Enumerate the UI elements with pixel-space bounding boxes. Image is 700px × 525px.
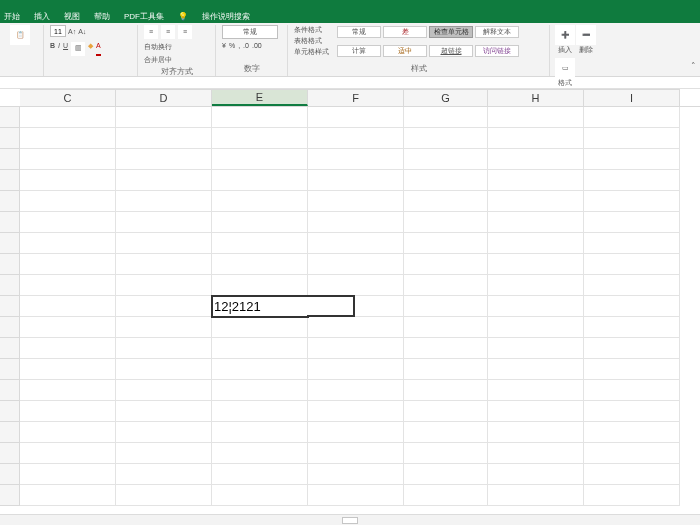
style-bad[interactable]: 差: [383, 26, 427, 38]
cell[interactable]: [488, 317, 584, 338]
cell[interactable]: [488, 338, 584, 359]
row-header[interactable]: [0, 254, 20, 275]
row-header[interactable]: [0, 359, 20, 380]
max-button[interactable]: [666, 4, 676, 6]
cell[interactable]: [212, 212, 308, 233]
format-icon[interactable]: ▭: [555, 58, 575, 78]
cell[interactable]: [584, 128, 680, 149]
cell[interactable]: [584, 191, 680, 212]
tab-insert[interactable]: 插入: [34, 11, 50, 22]
cell[interactable]: [20, 254, 116, 275]
cell[interactable]: [116, 191, 212, 212]
align-top-button[interactable]: ≡: [144, 25, 158, 39]
underline-button[interactable]: U: [63, 42, 68, 56]
cell[interactable]: [584, 233, 680, 254]
cell[interactable]: [488, 464, 584, 485]
cell[interactable]: [584, 443, 680, 464]
cell[interactable]: [584, 317, 680, 338]
cell[interactable]: [308, 128, 404, 149]
cell[interactable]: [308, 233, 404, 254]
increase-font-button[interactable]: A↑: [68, 28, 76, 35]
cell[interactable]: [308, 464, 404, 485]
style-neutral[interactable]: 适中: [383, 45, 427, 57]
style-calc[interactable]: 计算: [337, 45, 381, 57]
cell[interactable]: [404, 191, 488, 212]
cell[interactable]: [404, 380, 488, 401]
tab-view[interactable]: 视图: [64, 11, 80, 22]
cell[interactable]: [404, 443, 488, 464]
cell[interactable]: [308, 191, 404, 212]
cell[interactable]: [308, 149, 404, 170]
cell[interactable]: [116, 359, 212, 380]
cell[interactable]: [116, 380, 212, 401]
cell[interactable]: [584, 359, 680, 380]
cell[interactable]: [488, 296, 584, 317]
cell[interactable]: [404, 296, 488, 317]
cell[interactable]: [308, 317, 404, 338]
font-size-input[interactable]: [50, 25, 66, 37]
cell[interactable]: [404, 275, 488, 296]
tab-home[interactable]: 开始: [4, 11, 20, 22]
cell[interactable]: [20, 212, 116, 233]
cell[interactable]: [116, 296, 212, 317]
paste-icon[interactable]: 📋: [10, 25, 30, 45]
row-header[interactable]: [0, 464, 20, 485]
cell[interactable]: [308, 107, 404, 128]
cell[interactable]: [404, 338, 488, 359]
cell[interactable]: [584, 170, 680, 191]
number-format-combo[interactable]: 常规: [222, 25, 278, 39]
cell[interactable]: [116, 317, 212, 338]
cell[interactable]: [212, 464, 308, 485]
cell[interactable]: [212, 128, 308, 149]
row-header[interactable]: [0, 422, 20, 443]
cell[interactable]: [20, 464, 116, 485]
cell[interactable]: [488, 149, 584, 170]
increase-decimal-button[interactable]: .0: [243, 42, 249, 49]
cell[interactable]: [488, 422, 584, 443]
cell[interactable]: [404, 170, 488, 191]
cell[interactable]: [308, 338, 404, 359]
cell[interactable]: [488, 254, 584, 275]
cell[interactable]: [308, 275, 404, 296]
row-header[interactable]: [0, 149, 20, 170]
cell[interactable]: [584, 485, 680, 506]
cell[interactable]: [20, 170, 116, 191]
row-header[interactable]: [0, 317, 20, 338]
cell[interactable]: [488, 401, 584, 422]
row-header[interactable]: [0, 443, 20, 464]
col-header-h[interactable]: H: [488, 89, 584, 106]
cell[interactable]: [584, 401, 680, 422]
cell[interactable]: [212, 401, 308, 422]
style-check[interactable]: 检查单元格: [429, 26, 473, 38]
cell[interactable]: [308, 485, 404, 506]
cell[interactable]: [308, 443, 404, 464]
col-header-c[interactable]: C: [20, 89, 116, 106]
cell[interactable]: [20, 485, 116, 506]
row-header[interactable]: [0, 128, 20, 149]
cell[interactable]: [20, 191, 116, 212]
cell[interactable]: [488, 380, 584, 401]
style-followed[interactable]: 访问链接: [475, 45, 519, 57]
cell[interactable]: [116, 107, 212, 128]
cell[interactable]: [404, 212, 488, 233]
cell[interactable]: [404, 128, 488, 149]
cell[interactable]: [488, 443, 584, 464]
cell[interactable]: [20, 128, 116, 149]
cell[interactable]: [212, 338, 308, 359]
cell[interactable]: [20, 275, 116, 296]
cell[interactable]: [116, 170, 212, 191]
cell[interactable]: [116, 149, 212, 170]
cell[interactable]: [584, 275, 680, 296]
row-header[interactable]: [0, 380, 20, 401]
cell[interactable]: [584, 254, 680, 275]
cell[interactable]: [212, 107, 308, 128]
align-bot-button[interactable]: ≡: [178, 25, 192, 39]
row-header[interactable]: [0, 485, 20, 506]
cell[interactable]: [212, 317, 308, 338]
close-button[interactable]: [686, 4, 696, 6]
cell[interactable]: [308, 359, 404, 380]
cell[interactable]: [488, 485, 584, 506]
tab-help[interactable]: 帮助: [94, 11, 110, 22]
cell[interactable]: [488, 212, 584, 233]
cell[interactable]: [212, 170, 308, 191]
